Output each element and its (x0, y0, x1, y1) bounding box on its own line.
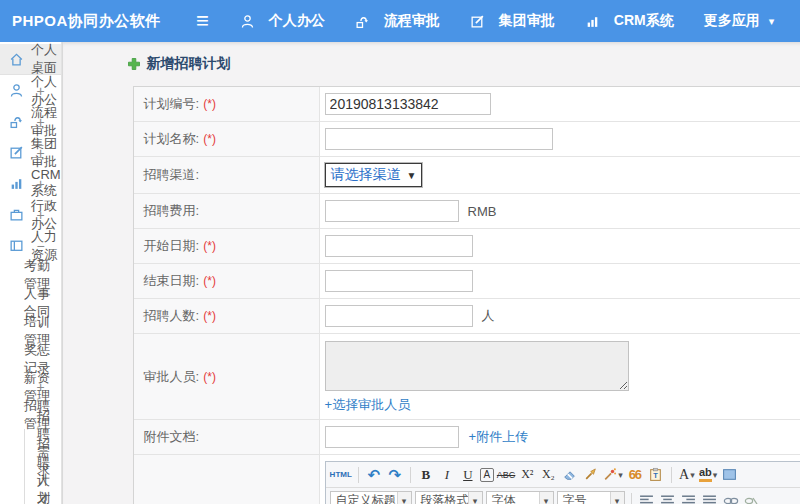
nav-label: CRM系统 (614, 12, 674, 30)
align-center-icon[interactable] (659, 491, 677, 504)
nav-label: 集团审批 (499, 12, 555, 30)
required-marker: (*) (203, 309, 216, 323)
expand-marker[interactable]: + (36, 114, 44, 130)
nav-item-workflow-approval[interactable]: 流程审批 (340, 0, 455, 42)
sidebar-item-admin-office[interactable]: 行政办公 + (0, 199, 61, 230)
home-icon (9, 52, 24, 67)
custom-title-select[interactable]: 自定义标题▾ (330, 491, 412, 504)
nav-item-crm[interactable]: CRM系统 (570, 0, 689, 42)
attachment-input[interactable] (325, 426, 459, 448)
strikethrough-button[interactable]: ABC (497, 465, 516, 485)
field-label: 开始日期: (144, 237, 200, 255)
editor-label-cell (134, 455, 320, 504)
required-marker: (*) (203, 370, 216, 384)
font-size-select[interactable]: 字号▾ (557, 491, 625, 504)
sidebar-item-recruitment[interactable]: 招聘管理 − (0, 401, 61, 429)
expand-marker[interactable]: + (36, 176, 44, 192)
editor-toolbar-row2: 自定义标题▾ 段落格式▾ 字体▾ 字号▾ (326, 488, 800, 504)
form-row-plan-no: 计划编号:(*) (134, 87, 800, 122)
sidebar-item-personal-office[interactable]: 个人办公 + (0, 75, 61, 106)
headcount-input[interactable] (325, 305, 473, 327)
align-left-icon[interactable] (638, 491, 656, 504)
unlink-icon[interactable] (743, 491, 761, 504)
toolbar-separator (671, 467, 672, 483)
paragraph-format-select[interactable]: 段落格式▾ (415, 491, 483, 504)
sidebar-item-desktop[interactable]: 个人桌面 (0, 44, 61, 75)
link-icon[interactable] (722, 491, 740, 504)
field-label: 附件文档: (144, 428, 200, 446)
expand-marker[interactable]: − (36, 407, 44, 423)
select-label: 字体 (487, 492, 539, 504)
sidebar-item-group-approval[interactable]: 集团审批 + (0, 137, 61, 168)
font-family-select[interactable]: 字体▾ (486, 491, 554, 504)
edit-icon (470, 14, 485, 29)
form-row-approver: 审批人员:(*) +选择审批人员 (134, 334, 800, 420)
flow-icon (9, 114, 24, 129)
expand-marker[interactable]: + (36, 379, 44, 395)
app-logo: PHPOA协同办公软件 (0, 12, 168, 31)
recruit-plan-form: 计划编号:(*) 计划名称:(*) 招聘渠道: 请选择渠道 ▼ (133, 86, 800, 504)
recruitment-submenu: 招聘需求 招聘计划 人才库 (24, 429, 61, 504)
expand-marker[interactable]: + (36, 207, 44, 223)
page-title-text: 新增招聘计划 (147, 55, 231, 73)
form-row-channel: 招聘渠道: 请选择渠道 ▼ (134, 157, 800, 194)
fee-input[interactable] (325, 200, 459, 222)
highlight-color-button[interactable]: ab▾ (699, 465, 717, 485)
flow-icon (355, 14, 370, 29)
sidebar-item-workflow-approval[interactable]: 流程审批 + (0, 106, 61, 137)
caret-down-icon: ▾ (713, 470, 718, 480)
plan-name-input[interactable] (325, 128, 553, 150)
caret-down-icon: ▾ (618, 470, 623, 480)
border-text-button[interactable]: A (480, 468, 494, 482)
html-source-button[interactable]: HTML (330, 465, 352, 485)
nav-item-group-approval[interactable]: 集团审批 (455, 0, 570, 42)
caret-down-icon: ▾ (610, 492, 624, 504)
format-brush-icon[interactable] (581, 465, 599, 485)
expand-marker[interactable]: + (36, 145, 44, 161)
blockquote-button[interactable]: 66 (626, 465, 644, 485)
superscript-button[interactable]: X² (518, 465, 536, 485)
required-marker: (*) (203, 239, 216, 253)
upload-attachment-link[interactable]: +附件上传 (469, 428, 529, 446)
briefcase-icon (9, 207, 24, 222)
eraser-icon[interactable] (560, 465, 578, 485)
sidebar-item-crm[interactable]: CRM系统 + (0, 168, 61, 199)
headcount-unit: 人 (482, 307, 495, 325)
font-color-button[interactable]: A▾ (678, 465, 696, 485)
nav-item-more-apps[interactable]: 更多应用 ▾ (689, 0, 790, 42)
hamburger-icon[interactable]: ≡ (196, 10, 209, 32)
expand-marker[interactable]: + (36, 83, 44, 99)
start-date-input[interactable] (325, 235, 473, 257)
choose-approver-link[interactable]: +选择审批人员 (325, 396, 411, 414)
form-row-fee: 招聘费用: RMB (134, 194, 800, 229)
end-date-input[interactable] (325, 270, 473, 292)
undo-icon[interactable]: ↶ (365, 465, 383, 485)
clipped-toolbar-icon[interactable] (720, 465, 738, 485)
caret-down-icon: ▾ (397, 492, 411, 504)
channel-select[interactable]: 请选择渠道 ▼ (325, 163, 422, 187)
approver-textarea[interactable] (325, 341, 629, 391)
italic-button[interactable]: I (438, 465, 456, 485)
redo-icon[interactable]: ↷ (386, 465, 404, 485)
font-color-label: A (679, 467, 689, 483)
form-row-headcount: 招聘人数:(*) 人 (134, 299, 800, 334)
underline-button[interactable]: U (459, 465, 477, 485)
sidebar-item-talent-pool[interactable]: 人才库 (25, 485, 61, 504)
magic-wand-icon[interactable]: ▾ (602, 465, 623, 485)
expand-marker[interactable]: − (36, 238, 44, 254)
paste-text-icon[interactable]: T (647, 465, 665, 485)
bold-button[interactable]: B (417, 465, 435, 485)
align-justify-icon[interactable] (701, 491, 719, 504)
select-caret-icon: ▼ (407, 170, 417, 181)
form-row-attachment: 附件文档: +附件上传 (134, 420, 800, 455)
svg-text:T: T (654, 471, 659, 480)
toolbar-separator (631, 493, 632, 504)
field-label: 招聘人数: (144, 307, 200, 325)
subscript-button[interactable]: X₂ (539, 465, 557, 485)
add-plus-icon (127, 57, 141, 71)
nav-item-personal-office[interactable]: 个人办公 (225, 0, 340, 42)
plan-no-input[interactable] (325, 93, 491, 115)
align-right-icon[interactable] (680, 491, 698, 504)
nav-label: 流程审批 (384, 12, 440, 30)
sidebar-item-label: 人才库 (37, 472, 61, 504)
